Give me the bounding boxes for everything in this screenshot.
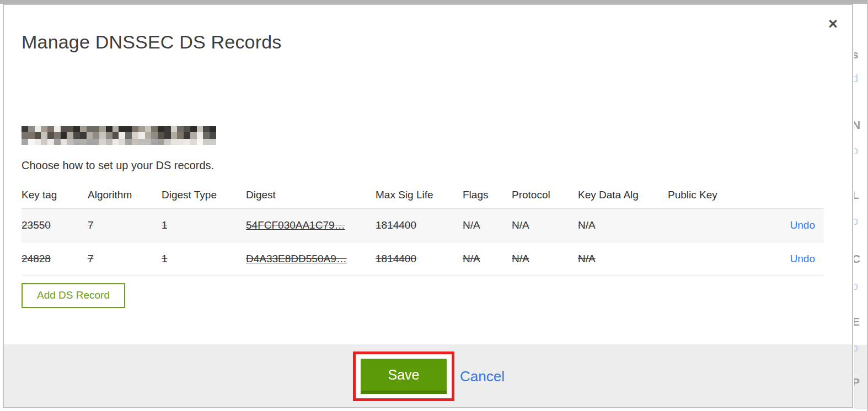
cancel-link[interactable]: Cancel	[460, 368, 505, 385]
background-text-fragment: o	[854, 342, 858, 354]
add-ds-record-button[interactable]: Add DS Record	[22, 283, 125, 308]
digest-type-value: 1	[162, 242, 246, 276]
redacted-domain-name	[22, 126, 216, 145]
save-button[interactable]: Save	[361, 359, 447, 394]
background-text-fragment: o	[854, 280, 858, 293]
undo-link[interactable]: Undo	[790, 219, 815, 231]
background-text-fragment: N	[854, 118, 860, 132]
table-row: 23550 7 1 54FCF030AA1C79… 1814400 N/A N/…	[22, 209, 824, 242]
column-header-algorithm: Algorithm	[88, 182, 162, 209]
background-text-fragment: o	[854, 215, 858, 228]
public-key-value	[668, 242, 751, 276]
digest-type-value: 1	[162, 209, 246, 242]
column-header-key-tag: Key tag	[22, 182, 88, 209]
max-sig-life-value: 1814400	[376, 242, 463, 276]
background-text-fragment: o	[854, 144, 858, 157]
table-row: 24828 7 1 D4A33E8DD550A9… 1814400 N/A N/…	[22, 242, 824, 276]
undo-link[interactable]: Undo	[790, 253, 815, 264]
key-data-alg-value: N/A	[578, 242, 668, 276]
column-header-key-data-alg: Key Data Alg	[578, 182, 668, 209]
background-text-fragment: d	[854, 72, 858, 85]
column-header-actions	[751, 182, 824, 209]
algorithm-value: 7	[88, 209, 162, 242]
column-header-digest-type: Digest Type	[162, 182, 246, 209]
protocol-value: N/A	[512, 209, 578, 242]
key-data-alg-value: N/A	[578, 209, 668, 242]
digest-value: D4A33E8DD550A9…	[246, 242, 376, 276]
manage-dnssec-ds-records-dialog: Manage DNSSEC DS Records × Choose how to…	[3, 4, 853, 408]
digest-value: 54FCF030AA1C79…	[246, 209, 376, 242]
background-text-fragment: P	[854, 376, 860, 389]
background-page-strip: sdNoLoCoEoP	[854, 4, 867, 411]
public-key-value	[668, 209, 751, 242]
flags-value: N/A	[463, 242, 512, 276]
background-text-fragment: E	[854, 315, 860, 328]
instruction-text: Choose how to set up your DS records.	[22, 159, 214, 172]
background-text-fragment: C	[854, 252, 860, 266]
protocol-value: N/A	[512, 242, 578, 276]
key-tag-value: 23550	[22, 209, 88, 242]
background-text-fragment: L	[854, 188, 859, 202]
ds-records-table: Key tag Algorithm Digest Type Digest Max…	[22, 182, 824, 276]
close-icon[interactable]: ×	[826, 14, 840, 34]
max-sig-life-value: 1814400	[376, 209, 463, 242]
key-tag-value: 24828	[22, 242, 88, 276]
annotation-highlight: Save	[353, 351, 454, 401]
column-header-flags: Flags	[463, 182, 512, 209]
column-header-protocol: Protocol	[512, 182, 578, 209]
table-header-row: Key tag Algorithm Digest Type Digest Max…	[22, 182, 824, 209]
column-header-max-sig-life: Max Sig Life	[376, 182, 463, 209]
dialog-footer: Save Cancel	[4, 344, 852, 407]
column-header-public-key: Public Key	[668, 182, 751, 209]
background-text-fragment: s	[854, 48, 859, 61]
dialog-title: Manage DNSSEC DS Records	[22, 31, 282, 53]
column-header-digest: Digest	[246, 182, 376, 209]
flags-value: N/A	[463, 209, 512, 242]
algorithm-value: 7	[88, 242, 162, 276]
page-top-edge	[0, 0, 868, 4]
